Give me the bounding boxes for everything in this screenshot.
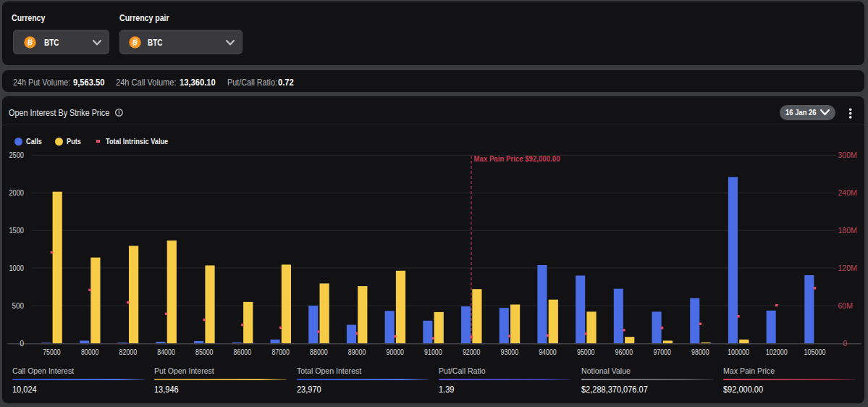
svg-text:Max Pain Price $92,000.00: Max Pain Price $92,000.00 (474, 154, 560, 163)
svg-text:102000: 102000 (766, 348, 788, 356)
svg-text:1000: 1000 (9, 264, 25, 272)
svg-text:180M: 180M (838, 226, 857, 235)
svg-text:100000: 100000 (728, 348, 749, 356)
svg-text:94000: 94000 (539, 348, 557, 356)
svg-text:80000: 80000 (81, 348, 99, 356)
svg-text:98000: 98000 (691, 348, 709, 356)
svg-text:0: 0 (843, 339, 848, 348)
svg-text:120M: 120M (838, 264, 857, 272)
svg-text:87000: 87000 (271, 348, 290, 356)
svg-text:0: 0 (20, 339, 24, 348)
svg-text:1500: 1500 (9, 226, 25, 235)
svg-text:2000: 2000 (9, 188, 25, 197)
svg-text:96000: 96000 (615, 348, 633, 356)
svg-text:88000: 88000 (310, 348, 328, 356)
svg-text:91000: 91000 (424, 348, 442, 356)
svg-text:86000: 86000 (234, 348, 252, 356)
svg-text:92000: 92000 (463, 348, 481, 356)
svg-text:97000: 97000 (653, 348, 671, 356)
svg-text:500: 500 (12, 301, 25, 310)
svg-text:240M: 240M (838, 188, 857, 197)
svg-text:2500: 2500 (9, 151, 25, 159)
svg-text:90000: 90000 (387, 348, 405, 356)
svg-text:105000: 105000 (804, 348, 825, 356)
svg-text:95000: 95000 (577, 348, 595, 356)
svg-text:93000: 93000 (501, 348, 519, 356)
svg-text:85000: 85000 (195, 348, 214, 356)
svg-text:300M: 300M (838, 151, 857, 159)
svg-text:60M: 60M (838, 301, 853, 310)
svg-text:89000: 89000 (348, 348, 366, 356)
svg-text:84000: 84000 (157, 348, 175, 356)
svg-text:75000: 75000 (43, 348, 61, 356)
svg-text:82000: 82000 (119, 348, 138, 356)
